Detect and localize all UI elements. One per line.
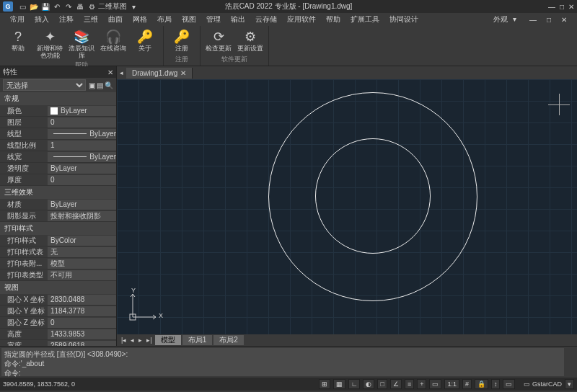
prop-value[interactable]: 0 [48, 318, 116, 328]
circle-inner[interactable] [315, 138, 431, 254]
menu-item[interactable]: 布局 [154, 13, 175, 26]
doc-restore-icon[interactable]: □ [544, 14, 554, 25]
status-lock-icon[interactable]: 🔒 [475, 379, 488, 389]
status-model-icon[interactable]: ▭ [429, 379, 441, 389]
maximize-icon[interactable]: □ [560, 3, 564, 11]
prop-value[interactable]: 无 [48, 247, 116, 257]
status-scale[interactable]: 1:1 [444, 379, 459, 389]
menu-item[interactable]: 云存储 [252, 13, 280, 26]
doc-tab-close-icon[interactable]: ✕ [180, 69, 186, 77]
app-logo[interactable]: G [3, 1, 13, 12]
canvas[interactable]: Y X [117, 79, 577, 334]
prop-section-header[interactable]: 视图 [0, 281, 116, 294]
status-snap-icon[interactable]: ⊞ [319, 379, 330, 389]
qat-dropdown-icon[interactable]: ▾ [128, 1, 138, 12]
prop-section-header[interactable]: 常规 [0, 92, 116, 105]
prop-value[interactable]: 投射和接收阴影 [48, 211, 116, 221]
menu-item[interactable]: 曲面 [105, 13, 125, 26]
ribbon-button[interactable]: ?帮助 [3, 27, 33, 61]
cmd-history-line: 指定圆的半径或 [直径(D)] <308.0490>: [4, 349, 561, 359]
prop-value[interactable]: ByLayer [48, 129, 116, 139]
tab-prev-icon[interactable]: ◂ [117, 69, 126, 76]
ribbon-button[interactable]: 🎧在线咨询 [98, 27, 128, 61]
command-text[interactable]: 指定圆的半径或 [直径(D)] <308.0490>: 命令:'_about 命… [1, 348, 564, 376]
appearance-menu[interactable]: 外观 ▾ [488, 13, 519, 26]
prop-value[interactable]: 2589.0618 [48, 341, 116, 347]
status-ortho-icon[interactable]: ∟ [348, 379, 361, 389]
prop-value[interactable]: 2830.0488 [48, 295, 116, 305]
ribbon-button[interactable]: ✦新增和特色功能 [35, 27, 65, 61]
qat-new-icon[interactable]: ▭ [17, 1, 27, 12]
layout-last-icon[interactable]: ▸| [145, 337, 153, 344]
status-osnap-icon[interactable]: □ [377, 379, 387, 389]
prop-value[interactable]: ByColor [48, 236, 116, 246]
pickadd-icon[interactable]: ▣ [89, 81, 95, 89]
prop-section-header[interactable]: 打印样式 [0, 222, 116, 235]
prop-value[interactable]: ByLayer [48, 164, 116, 174]
close-icon[interactable]: ✕ [568, 3, 574, 11]
prop-value[interactable]: 0 [48, 175, 116, 185]
menu-item[interactable]: 三维 [81, 13, 101, 26]
selection-dropdown[interactable]: 无选择 [3, 79, 86, 91]
select-objects-icon[interactable]: ▤ [97, 81, 103, 89]
prop-value[interactable]: 0 [48, 117, 116, 128]
layout-tab[interactable]: 布局2 [213, 335, 244, 345]
qat-save-icon[interactable]: 💾 [40, 1, 50, 12]
status-lwt-icon[interactable]: ≡ [405, 379, 414, 389]
menu-item[interactable]: 输出 [228, 13, 248, 26]
qat-2d-label[interactable]: 二维草图 [98, 1, 127, 12]
status-polar-icon[interactable]: ◐ [363, 379, 374, 389]
status-grid-icon[interactable]: ▦ [333, 379, 345, 389]
quick-select-icon[interactable]: 🔍 [105, 81, 113, 89]
prop-section-header[interactable]: 三维效果 [0, 186, 116, 199]
menu-item[interactable]: 扩展工具 [348, 13, 382, 26]
qat-print-icon[interactable]: 🖶 [75, 1, 85, 12]
prop-value[interactable]: 不可用 [48, 270, 116, 280]
menu-item[interactable]: 管理 [203, 13, 224, 26]
ribbon-button[interactable]: ⚙更新设置 [235, 27, 265, 53]
prop-value[interactable]: 模型 [48, 259, 116, 269]
prop-value[interactable]: ByLayer [48, 200, 116, 210]
layout-tab-model[interactable]: 模型 [155, 335, 181, 345]
document-tab[interactable]: Drawing1.dwg ✕ [126, 68, 193, 79]
cmd-scrollbar[interactable] [565, 347, 577, 378]
prop-value[interactable]: 1 [48, 141, 116, 151]
command-line[interactable]: 指定圆的半径或 [直径(D)] <308.0490>: 命令:'_about 命… [0, 346, 577, 378]
prop-row: 透明度ByLayer [0, 163, 116, 174]
qat-redo-icon[interactable]: ↷ [63, 1, 74, 12]
prop-value[interactable]: ByLayer [48, 106, 116, 116]
layout-first-icon[interactable]: |◂ [120, 337, 128, 344]
menu-item[interactable]: 插入 [32, 13, 52, 26]
ribbon-button[interactable]: 🔑关于 [130, 27, 160, 61]
doc-close-icon[interactable]: ✕ [558, 14, 570, 25]
status-elev[interactable]: ↕ [491, 379, 501, 389]
menu-item[interactable]: 注释 [56, 13, 76, 26]
qat-open-icon[interactable]: 📂 [29, 1, 39, 12]
menu-item[interactable]: 视图 [179, 13, 199, 26]
panel-close-icon[interactable]: ✕ [107, 68, 113, 76]
layout-next-icon[interactable]: ▸ [137, 337, 144, 344]
ucs-icon[interactable]: Y X [124, 290, 160, 326]
ribbon-button[interactable]: 🔑注册 [167, 27, 197, 53]
prop-value[interactable]: ByLayer [48, 152, 116, 162]
status-tray-icon[interactable]: ▾ [565, 379, 574, 389]
menu-item[interactable]: 常用 [7, 13, 27, 26]
status-annoscale[interactable]: # [462, 379, 472, 389]
minimize-icon[interactable]: — [548, 3, 555, 11]
menu-item[interactable]: 帮助 [323, 13, 343, 26]
layout-tab[interactable]: 布局1 [182, 335, 213, 345]
prop-value[interactable]: 1184.3778 [48, 306, 116, 316]
status-otrack-icon[interactable]: ∠ [390, 379, 402, 389]
prop-value[interactable]: 1433.9853 [48, 329, 116, 339]
layout-prev-icon[interactable]: ◂ [129, 337, 136, 344]
ribbon-button[interactable]: 📚浩辰知识库 [66, 27, 97, 61]
menu-item[interactable]: 应用软件 [284, 13, 319, 26]
menu-item[interactable]: 网格 [130, 13, 150, 26]
qat-undo-icon[interactable]: ↶ [52, 1, 62, 12]
qat-workspace-icon[interactable]: ⚙ [87, 1, 97, 12]
ribbon-button[interactable]: ⟳检查更新 [203, 27, 234, 53]
status-expand-icon[interactable]: ▭ [503, 379, 515, 389]
doc-minimize-icon[interactable]: — [527, 14, 539, 25]
status-dyn-icon[interactable]: + [417, 379, 426, 389]
menu-item[interactable]: 协同设计 [387, 13, 421, 26]
